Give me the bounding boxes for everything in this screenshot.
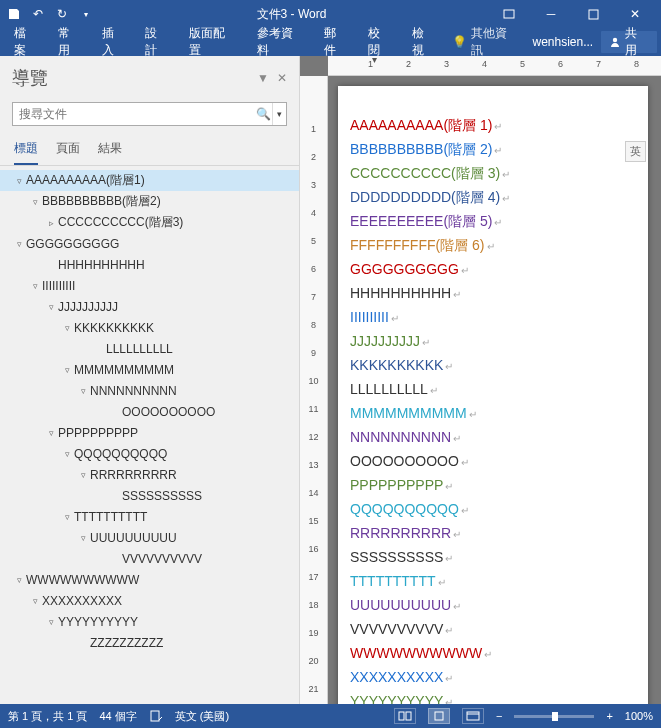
tree-node[interactable]: ▿XXXXXXXXXX bbox=[0, 590, 299, 611]
status-page[interactable]: 第 1 頁，共 1 頁 bbox=[8, 709, 87, 724]
zoom-in-icon[interactable]: + bbox=[606, 710, 612, 722]
doc-line[interactable]: QQQQQQQQQQ↵ bbox=[350, 498, 636, 522]
tree-node[interactable]: SSSSSSSSSS bbox=[0, 485, 299, 506]
zoom-slider[interactable] bbox=[514, 715, 594, 718]
doc-line[interactable]: FFFFFFFFFF(階層 6)↵ bbox=[350, 234, 636, 258]
page[interactable]: 英 AAAAAAAAAA(階層 1)↵BBBBBBBBBB(階層 2)↵CCCC… bbox=[338, 86, 648, 704]
search-dropdown-icon[interactable]: ▾ bbox=[272, 103, 286, 125]
search-box[interactable]: 🔍 ▾ bbox=[12, 102, 287, 126]
expand-icon[interactable]: ▿ bbox=[44, 428, 58, 438]
doc-line[interactable]: AAAAAAAAAA(階層 1)↵ bbox=[350, 114, 636, 138]
tree-node[interactable]: ▿AAAAAAAAAA(階層1) bbox=[0, 170, 299, 191]
doc-line[interactable]: PPPPPPPPPP↵ bbox=[350, 474, 636, 498]
doc-line[interactable]: DDDDDDDDDD(階層 4)↵ bbox=[350, 186, 636, 210]
status-proofing-icon[interactable] bbox=[149, 709, 163, 723]
close-icon[interactable]: ✕ bbox=[615, 0, 655, 28]
doc-line[interactable]: YYYYYYYYYY↵ bbox=[350, 690, 636, 704]
expand-icon[interactable]: ▿ bbox=[60, 512, 74, 522]
tree-node[interactable]: ZZZZZZZZZZ bbox=[0, 632, 299, 653]
expand-icon[interactable]: ▿ bbox=[12, 575, 26, 585]
tree-node[interactable]: ▿PPPPPPPPPP bbox=[0, 422, 299, 443]
tree-node[interactable]: ▿QQQQQQQQQQ bbox=[0, 443, 299, 464]
tree-node[interactable]: LLLLLLLLLL bbox=[0, 338, 299, 359]
ribbon-tab[interactable]: 版面配置 bbox=[179, 28, 247, 56]
expand-icon[interactable]: ▿ bbox=[76, 386, 90, 396]
tree-node[interactable]: HHHHHHHHHH bbox=[0, 254, 299, 275]
tree-node[interactable]: ▿IIIIIIIIII bbox=[0, 275, 299, 296]
tree-node[interactable]: ▿TTTTTTTTTT bbox=[0, 506, 299, 527]
search-icon[interactable]: 🔍 bbox=[254, 103, 272, 125]
ribbon-tab[interactable]: 檢視 bbox=[402, 28, 446, 56]
expand-icon[interactable]: ▿ bbox=[60, 365, 74, 375]
share-button[interactable]: 共用 bbox=[601, 31, 657, 53]
doc-line[interactable]: XXXXXXXXXX↵ bbox=[350, 666, 636, 690]
tell-me[interactable]: 💡 其他資訊 bbox=[446, 25, 525, 59]
expand-icon[interactable]: ▿ bbox=[44, 302, 58, 312]
tab-headings[interactable]: 標題 bbox=[14, 140, 38, 165]
qat-dropdown-icon[interactable]: ▾ bbox=[78, 6, 94, 22]
ribbon-tab[interactable]: 郵件 bbox=[314, 28, 358, 56]
doc-line[interactable]: CCCCCCCCCC(階層 3)↵ bbox=[350, 162, 636, 186]
tree-node[interactable]: ▿WWWWWWWWWW bbox=[0, 569, 299, 590]
doc-line[interactable]: TTTTTTTTTT↵ bbox=[350, 570, 636, 594]
doc-line[interactable]: GGGGGGGGGG↵ bbox=[350, 258, 636, 282]
tree-node[interactable]: ▿JJJJJJJJJJ bbox=[0, 296, 299, 317]
doc-line[interactable]: RRRRRRRRRR↵ bbox=[350, 522, 636, 546]
ribbon-tab[interactable]: 檔案 bbox=[4, 28, 48, 56]
tree-node[interactable]: ▿BBBBBBBBBB(階層2) bbox=[0, 191, 299, 212]
tree-node[interactable]: OOOOOOOOOO bbox=[0, 401, 299, 422]
horizontal-ruler[interactable]: ▾ 12345678910111213141516 bbox=[328, 56, 661, 76]
expand-icon[interactable]: ▿ bbox=[60, 323, 74, 333]
doc-line[interactable]: EEEEEEEEEE(階層 5)↵ bbox=[350, 210, 636, 234]
tree-node[interactable]: VVVVVVVVVV bbox=[0, 548, 299, 569]
tab-pages[interactable]: 頁面 bbox=[56, 140, 80, 165]
maximize-icon[interactable] bbox=[573, 0, 613, 28]
expand-icon[interactable]: ▿ bbox=[76, 533, 90, 543]
save-icon[interactable] bbox=[6, 6, 22, 22]
doc-line[interactable]: HHHHHHHHHH↵ bbox=[350, 282, 636, 306]
expand-icon[interactable]: ▿ bbox=[60, 449, 74, 459]
doc-line[interactable]: OOOOOOOOOO↵ bbox=[350, 450, 636, 474]
doc-line[interactable]: MMMMMMMMMM↵ bbox=[350, 402, 636, 426]
doc-line[interactable]: KKKKKKKKKK↵ bbox=[350, 354, 636, 378]
search-input[interactable] bbox=[13, 103, 254, 125]
zoom-level[interactable]: 100% bbox=[625, 710, 653, 722]
status-language[interactable]: 英文 (美國) bbox=[175, 709, 229, 724]
nav-dropdown-icon[interactable]: ▼ bbox=[257, 71, 269, 85]
expand-icon[interactable]: ▿ bbox=[44, 617, 58, 627]
redo-icon[interactable]: ↻ bbox=[54, 6, 70, 22]
tree-node[interactable]: ▿RRRRRRRRRR bbox=[0, 464, 299, 485]
expand-icon[interactable]: ▿ bbox=[28, 197, 42, 207]
view-print-icon[interactable] bbox=[428, 708, 450, 724]
ribbon-display-icon[interactable] bbox=[489, 0, 529, 28]
expand-icon[interactable]: ▿ bbox=[76, 470, 90, 480]
expand-icon[interactable]: ▿ bbox=[28, 281, 42, 291]
ribbon-tab[interactable]: 參考資料 bbox=[247, 28, 315, 56]
doc-line[interactable]: UUUUUUUUUU↵ bbox=[350, 594, 636, 618]
nav-close-icon[interactable]: ✕ bbox=[277, 71, 287, 85]
doc-line[interactable]: LLLLLLLLLL↵ bbox=[350, 378, 636, 402]
user-name[interactable]: wenhsien... bbox=[525, 35, 602, 49]
ribbon-tab[interactable]: 常用 bbox=[48, 28, 92, 56]
minimize-icon[interactable]: ─ bbox=[531, 0, 571, 28]
doc-line[interactable]: JJJJJJJJJJ↵ bbox=[350, 330, 636, 354]
tree-node[interactable]: ▿NNNNNNNNNN bbox=[0, 380, 299, 401]
tree-node[interactable]: ▿KKKKKKKKKK bbox=[0, 317, 299, 338]
doc-line[interactable]: WWWWWWWWWW↵ bbox=[350, 642, 636, 666]
zoom-out-icon[interactable]: − bbox=[496, 710, 502, 722]
expand-icon[interactable]: ▿ bbox=[28, 596, 42, 606]
undo-icon[interactable]: ↶ bbox=[30, 6, 46, 22]
ribbon-tab[interactable]: 設計 bbox=[135, 28, 179, 56]
tree-node[interactable]: ▹CCCCCCCCCC(階層3) bbox=[0, 212, 299, 233]
ribbon-tab[interactable]: 校閱 bbox=[358, 28, 402, 56]
tree-node[interactable]: ▿YYYYYYYYYY bbox=[0, 611, 299, 632]
ribbon-tab[interactable]: 插入 bbox=[92, 28, 136, 56]
tree-node[interactable]: ▿UUUUUUUUUU bbox=[0, 527, 299, 548]
doc-line[interactable]: BBBBBBBBBB(階層 2)↵ bbox=[350, 138, 636, 162]
vertical-ruler[interactable]: 12345678910111213141516171819202122 bbox=[300, 76, 328, 704]
doc-line[interactable]: IIIIIIIIII↵ bbox=[350, 306, 636, 330]
tab-results[interactable]: 結果 bbox=[98, 140, 122, 165]
doc-line[interactable]: SSSSSSSSSS↵ bbox=[350, 546, 636, 570]
doc-line[interactable]: NNNNNNNNNN↵ bbox=[350, 426, 636, 450]
view-web-icon[interactable] bbox=[462, 708, 484, 724]
